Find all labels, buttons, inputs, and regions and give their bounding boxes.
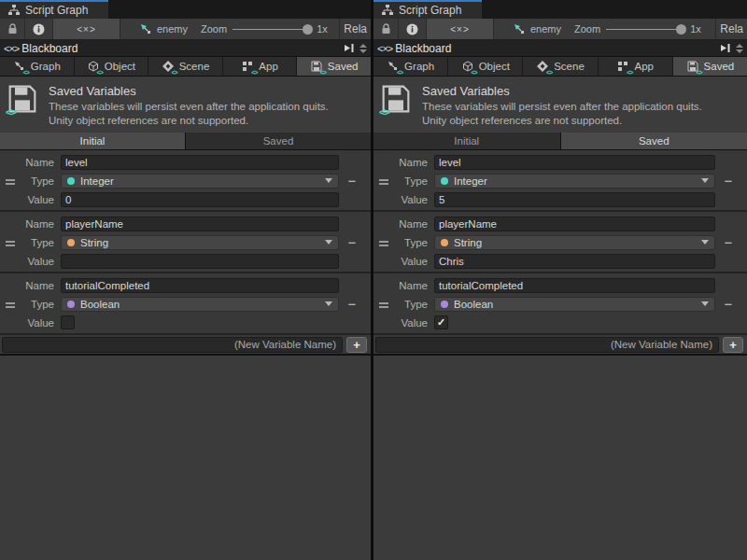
dock-icon[interactable] — [342, 42, 355, 54]
tab-initial[interactable]: Initial — [0, 133, 185, 149]
zoom-slider[interactable] — [233, 29, 311, 30]
state-tabs: Initial Saved — [0, 133, 371, 150]
scene-icon: <> — [536, 61, 549, 73]
remove-variable-button[interactable]: − — [715, 296, 741, 312]
hierarchy-graph-icon — [381, 5, 394, 17]
variable-name-input[interactable] — [434, 278, 715, 293]
blackboard-header: <×> Blackboard — [374, 40, 747, 57]
name-label: Name — [21, 157, 54, 168]
drag-handle[interactable] — [0, 277, 21, 333]
lock-button[interactable] — [0, 19, 25, 39]
step-down-icon[interactable] — [359, 49, 367, 53]
type-dropdown[interactable]: Boolean — [434, 297, 715, 312]
script-graph-panel-left: Script Graph <×> enemy — [0, 0, 374, 560]
tab-script-graph[interactable]: Script Graph — [0, 0, 108, 19]
graph-reference[interactable]: enemy — [132, 19, 195, 39]
remove-variable-button[interactable]: − — [715, 234, 741, 250]
tab-saved[interactable]: <> Saved — [673, 57, 747, 76]
variable-value-input[interactable] — [434, 254, 715, 269]
remove-variable-button[interactable]: − — [715, 173, 741, 189]
variable-name-input[interactable] — [61, 155, 339, 170]
value-label: Value — [394, 256, 428, 267]
cube-icon: <> — [87, 61, 100, 73]
integer-type-icon — [441, 177, 448, 185]
relations-toggle[interactable]: Rela — [339, 19, 371, 39]
graph-inspector-toggle[interactable]: <×> — [427, 19, 494, 39]
panel-steppers[interactable] — [736, 44, 743, 53]
variable-name-input[interactable] — [434, 217, 715, 231]
step-down-icon[interactable] — [736, 49, 743, 53]
inspect-button[interactable] — [399, 19, 427, 39]
type-dropdown[interactable]: String — [61, 235, 339, 250]
variable-value-input[interactable] — [61, 192, 339, 207]
drag-handle[interactable] — [0, 216, 21, 272]
dock-icon[interactable] — [718, 42, 731, 54]
zoom-slider-handle[interactable] — [303, 24, 313, 35]
saved-variables-info: <> Saved Variables These variables will … — [374, 77, 747, 133]
value-checkbox[interactable]: ✓ — [434, 315, 448, 329]
add-variable-button[interactable]: + — [723, 337, 743, 353]
relations-toggle[interactable]: Rela — [715, 19, 747, 39]
graph-canvas[interactable] — [0, 356, 371, 560]
graph-inspector-toggle[interactable]: <×> — [53, 19, 120, 39]
blackboard-header: <×> Blackboard — [0, 40, 371, 57]
chevron-down-icon — [325, 301, 332, 306]
info-line-2: Unity object references are not supporte… — [422, 114, 702, 128]
new-variable-input[interactable] — [2, 337, 343, 353]
tab-object[interactable]: <> Object — [75, 57, 148, 76]
step-up-icon[interactable] — [359, 44, 367, 48]
drag-handle-icon — [6, 241, 15, 246]
tab-saved[interactable]: <> Saved — [297, 57, 371, 76]
tab-app[interactable]: <> App — [223, 57, 297, 76]
variable-name-input[interactable] — [61, 217, 339, 231]
name-label: Name — [21, 280, 54, 291]
tab-scene[interactable]: <> Scene — [148, 57, 222, 76]
panel-steppers[interactable] — [359, 44, 367, 53]
type-dropdown[interactable]: Integer — [61, 174, 339, 189]
chevron-x-icon: <×> — [77, 24, 96, 35]
value-label: Value — [394, 194, 428, 205]
tab-app[interactable]: <> App — [599, 57, 672, 76]
type-dropdown[interactable]: Boolean — [61, 297, 339, 312]
remove-variable-button[interactable]: − — [339, 173, 365, 189]
tab-saved-state[interactable]: Saved — [561, 133, 747, 149]
tab-graph[interactable]: <> Graph — [374, 57, 447, 76]
type-dropdown[interactable]: Integer — [434, 174, 715, 189]
remove-variable-button[interactable]: − — [339, 296, 365, 312]
tab-script-graph[interactable]: Script Graph — [374, 0, 482, 19]
tab-saved-state[interactable]: Saved — [186, 133, 371, 149]
graph-canvas[interactable] — [374, 356, 747, 560]
chevron-down-icon — [325, 178, 332, 183]
variable-name-input[interactable] — [434, 155, 715, 170]
state-tabs: Initial Saved — [374, 133, 747, 150]
zoom-slider[interactable] — [606, 29, 684, 30]
tab-initial[interactable]: Initial — [374, 133, 560, 149]
remove-variable-button[interactable]: − — [339, 234, 365, 250]
variable-value-input[interactable] — [61, 254, 339, 269]
step-up-icon[interactable] — [736, 44, 743, 48]
lock-button[interactable] — [374, 19, 399, 39]
drag-handle[interactable] — [374, 216, 394, 272]
new-variable-input[interactable] — [375, 337, 719, 353]
tab-scene[interactable]: <> Scene — [523, 57, 597, 76]
graph-reference[interactable]: enemy — [505, 19, 569, 39]
zoom-slider-handle[interactable] — [676, 24, 686, 35]
info-icon — [33, 23, 46, 35]
tab-graph[interactable]: <> Graph — [0, 57, 74, 76]
variable-scope-tabs: <> Graph <> Object <> Scene — [374, 57, 747, 77]
drag-handle[interactable] — [374, 154, 394, 210]
drag-handle[interactable] — [0, 154, 21, 210]
variable-name-input[interactable] — [61, 278, 339, 293]
hierarchy-graph-icon — [7, 5, 21, 17]
lock-icon — [6, 23, 19, 35]
add-variable-button[interactable]: + — [346, 337, 367, 353]
tab-object[interactable]: <> Object — [448, 57, 522, 76]
workspace: Script Graph <×> enemy — [0, 0, 747, 560]
variable-value-input[interactable] — [434, 192, 715, 207]
zoom-value: 1x — [317, 23, 328, 35]
value-checkbox[interactable] — [61, 315, 75, 329]
drag-handle[interactable] — [374, 277, 394, 333]
type-dropdown[interactable]: String — [434, 235, 715, 250]
inspect-button[interactable] — [25, 19, 53, 39]
variable-row: Name Type Integer − Valu — [374, 150, 747, 212]
